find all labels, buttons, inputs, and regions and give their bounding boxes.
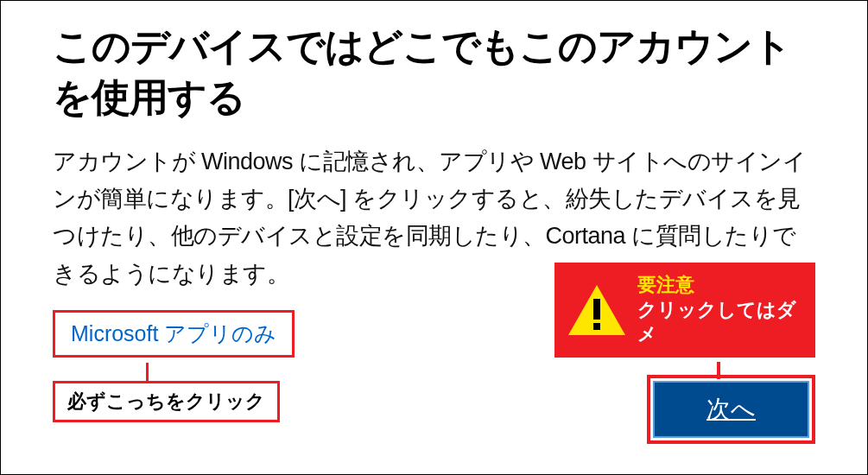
apps-only-link[interactable]: Microsoft アプリのみ — [71, 321, 276, 345]
left-annotation-box: 必ずこっちをクリック — [53, 381, 280, 422]
warning-message: クリックしてはダメ — [637, 298, 803, 347]
next-button-highlight: 次へ — [647, 375, 815, 444]
warning-title: 要注意 — [637, 273, 803, 298]
connector-line-left — [146, 363, 149, 382]
left-annotation-text: 必ずこっちをクリック — [67, 390, 265, 412]
svg-rect-1 — [593, 299, 600, 320]
warning-icon — [567, 283, 627, 337]
warning-text-group: 要注意 クリックしてはダメ — [637, 273, 803, 347]
warning-callout: 要注意 クリックしてはダメ — [554, 263, 815, 358]
apps-only-link-highlight: Microsoft アプリのみ — [53, 310, 295, 358]
next-button[interactable]: 次へ — [653, 381, 809, 438]
dialog-title: このデバイスではどこでもこのアカウントを使用する — [53, 22, 815, 123]
svg-rect-2 — [593, 323, 600, 330]
